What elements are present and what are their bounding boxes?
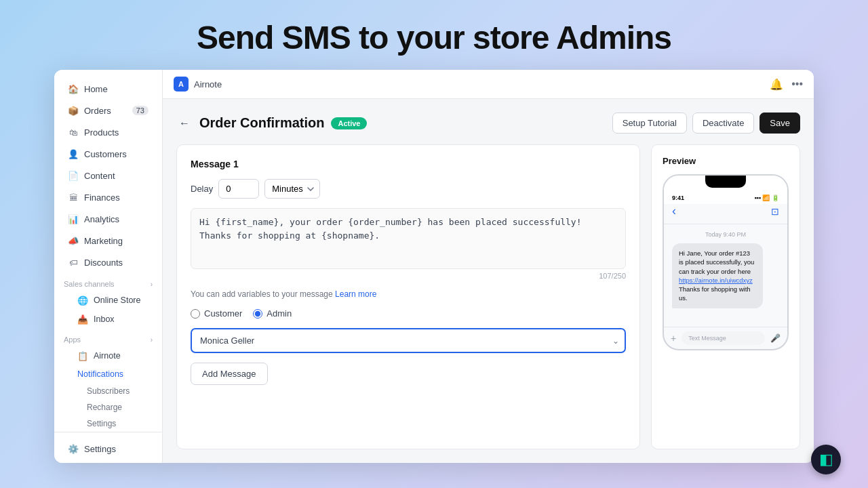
sidebar-item-label: Finances <box>84 192 120 203</box>
sidebar-item-products[interactable]: 🛍 Products <box>58 122 158 142</box>
sidebar-item-inbox[interactable]: 📥 Inbox <box>58 310 158 328</box>
sidebar-bottom: ⚙️ Settings ℹ️ Non-transferable <box>54 432 162 463</box>
page-content: ← Order Confirmation Active Setup Tutori… <box>163 99 814 463</box>
sidebar-item-label: Marketing <box>84 236 123 246</box>
deactivate-button[interactable]: Deactivate <box>692 113 754 134</box>
radio-admin[interactable]: Admin <box>253 308 292 319</box>
phone-text-input[interactable]: Text Message <box>682 331 765 345</box>
sales-channels-section: Sales channels › <box>54 273 162 291</box>
phone-messages: Today 9:40 PM Hi Jane, Your order #123 i… <box>664 224 787 327</box>
products-icon: 🛍 <box>68 127 79 138</box>
sidebar-item-label: Discounts <box>84 258 123 268</box>
delay-row: Delay Minutes Hours Days <box>191 179 626 199</box>
page-heading: Send SMS to your store Admins <box>197 0 671 70</box>
radio-customer[interactable]: Customer <box>191 308 242 319</box>
page-title: Order Confirmation <box>199 115 324 131</box>
sidebar-item-label: Orders <box>84 106 111 116</box>
online-store-icon: 🌐 <box>77 295 88 306</box>
phone-time-display: 9:41 <box>672 195 684 201</box>
message-label: Message 1 <box>191 159 626 169</box>
phone-mockup: 9:41 ▪▪▪ 📶 🔋 ‹ ⊡ Today 9:40 PM <box>663 174 789 350</box>
more-icon[interactable]: ••• <box>791 78 803 90</box>
chevron-icon: › <box>151 336 153 344</box>
finances-icon: 🏛 <box>68 192 79 203</box>
content-area: Message 1 Delay Minutes Hours Days Hi {f… <box>176 144 800 449</box>
admin-dropdown[interactable]: Monica Geller Ross Geller Rachel Green <box>191 328 626 353</box>
top-bar-right: 🔔 ••• <box>770 78 803 91</box>
sidebar-item-subscribers[interactable]: Subscribers <box>58 384 158 399</box>
radio-group: Customer Admin <box>191 308 626 319</box>
sidebar-item-settings[interactable]: ⚙️ Settings <box>58 439 158 459</box>
phone-input-bar: + Text Message 🎤 <box>664 327 787 349</box>
airnote-icon: 📋 <box>77 350 88 361</box>
chevron-icon: › <box>151 281 153 288</box>
phone-message-link[interactable]: https://airnote.in/uiwcdxyz <box>679 277 753 284</box>
sidebar-item-label: Analytics <box>84 214 119 224</box>
sidebar-item-analytics[interactable]: 📊 Analytics <box>58 209 158 229</box>
sidebar-item-marketing[interactable]: 📣 Marketing <box>58 230 158 251</box>
chat-widget-icon: ◧ <box>819 451 833 468</box>
analytics-icon: 📊 <box>68 214 79 224</box>
phone-plus-icon[interactable]: + <box>671 333 676 344</box>
phone-mic-icon[interactable]: 🎤 <box>770 333 781 343</box>
save-button[interactable]: Save <box>760 113 800 134</box>
phone-message-time: Today 9:40 PM <box>672 231 779 238</box>
app-name: Airnote <box>194 79 222 89</box>
sidebar-item-discounts[interactable]: 🏷 Discounts <box>58 252 158 272</box>
top-bar-left: A Airnote <box>174 77 222 92</box>
add-message-button[interactable]: Add Message <box>191 363 268 385</box>
delay-unit-select[interactable]: Minutes Hours Days <box>264 179 320 199</box>
main-content: A Airnote 🔔 ••• ← Order Confirmation Act… <box>163 70 814 463</box>
phone-signal-icons: ▪▪▪ 📶 🔋 <box>754 195 779 201</box>
page-header-right: Setup Tutorial Deactivate Save <box>612 113 800 134</box>
learn-more-link[interactable]: Learn more <box>335 289 376 299</box>
apps-section: Apps › <box>54 329 162 346</box>
sidebar-item-online-store[interactable]: 🌐 Online Store <box>58 291 158 309</box>
home-icon: 🏠 <box>68 83 79 94</box>
sidebar-item-label: Customers <box>84 149 127 159</box>
preview-title: Preview <box>663 156 789 166</box>
sidebar-item-airnote[interactable]: 📋 Airnote <box>58 347 158 365</box>
phone-back-icon[interactable]: ‹ <box>672 204 676 218</box>
sidebar-item-notifications[interactable]: Notifications <box>58 366 158 382</box>
top-bar: A Airnote 🔔 ••• <box>163 70 814 99</box>
sidebar-item-finances[interactable]: 🏛 Finances <box>58 187 158 207</box>
orders-badge: 73 <box>132 106 149 115</box>
sidebar-item-content[interactable]: 📄 Content <box>58 165 158 186</box>
phone-status-bar: 9:41 ▪▪▪ 📶 🔋 <box>664 190 787 204</box>
discounts-icon: 🏷 <box>68 257 79 268</box>
orders-icon: 📦 <box>68 105 79 116</box>
phone-message-bubble: Hi Jane, Your order #123 is placed succe… <box>672 243 763 308</box>
back-button[interactable]: ← <box>176 115 193 132</box>
admin-select-wrapper: Monica Geller Ross Geller Rachel Green ⌄ <box>191 328 626 353</box>
sidebar-item-home[interactable]: 🏠 Home <box>58 79 158 99</box>
sidebar-item-settings-airnote[interactable]: Settings <box>58 416 158 431</box>
setup-tutorial-button[interactable]: Setup Tutorial <box>612 113 687 134</box>
sidebar-item-label: Products <box>84 127 119 138</box>
status-badge: Active <box>331 117 367 129</box>
radio-customer-input[interactable] <box>191 309 200 319</box>
delay-input[interactable] <box>218 179 259 199</box>
preview-panel: Preview 9:41 ▪▪▪ 📶 🔋 <box>651 144 800 449</box>
inbox-icon: 📥 <box>77 314 88 325</box>
message-textarea[interactable]: Hi {first_name}, your order {order_numbe… <box>191 208 626 269</box>
delay-label: Delay <box>191 184 213 194</box>
sidebar-item-label: Content <box>84 171 115 181</box>
sidebar-item-recharge[interactable]: Recharge <box>58 400 158 415</box>
sidebar: 🏠 Home 📦 Orders 73 🛍 Products 👤 Customer… <box>54 70 163 463</box>
radio-admin-input[interactable] <box>253 309 262 319</box>
phone-camera-icon: ⊡ <box>771 206 779 217</box>
sidebar-item-non-transferable[interactable]: ℹ️ Non-transferable <box>58 460 158 463</box>
app-window: 🏠 Home 📦 Orders 73 🛍 Products 👤 Customer… <box>54 70 814 463</box>
message-panel: Message 1 Delay Minutes Hours Days Hi {f… <box>176 144 640 449</box>
sidebar-item-orders[interactable]: 📦 Orders 73 <box>58 100 158 121</box>
variables-hint: You can add variables to your message Le… <box>191 289 626 299</box>
sidebar-item-customers[interactable]: 👤 Customers <box>58 144 158 164</box>
customers-icon: 👤 <box>68 148 79 159</box>
app-logo: A <box>174 77 189 92</box>
chat-widget[interactable]: ◧ <box>811 445 841 474</box>
sidebar-item-label: Home <box>84 84 108 94</box>
phone-notch <box>705 176 746 188</box>
content-icon: 📄 <box>68 170 79 181</box>
bell-icon[interactable]: 🔔 <box>770 78 783 91</box>
